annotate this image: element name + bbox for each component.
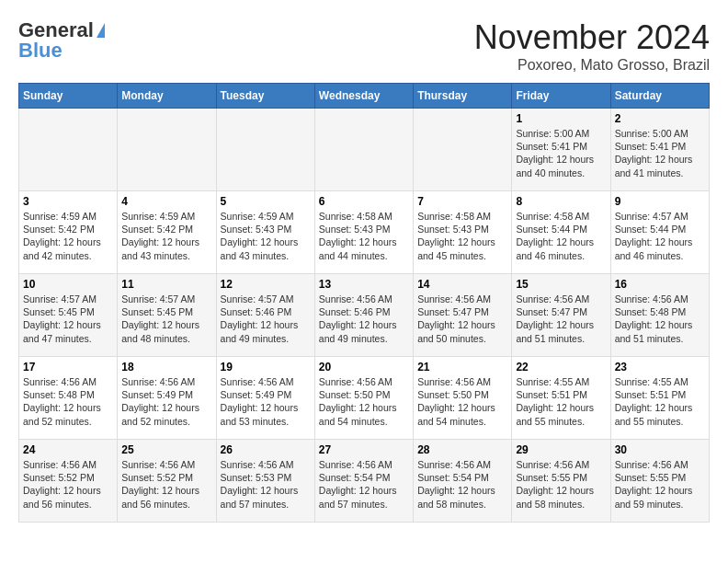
day-number: 1 <box>516 112 606 125</box>
day-info: Sunrise: 4:59 AM Sunset: 5:42 PM Dayligh… <box>121 210 211 262</box>
day-cell: 17Sunrise: 4:56 AM Sunset: 5:48 PM Dayli… <box>19 357 118 440</box>
day-number: 4 <box>121 195 211 208</box>
day-number: 25 <box>121 443 211 456</box>
day-info: Sunrise: 4:59 AM Sunset: 5:42 PM Dayligh… <box>23 210 113 262</box>
day-cell: 26Sunrise: 4:56 AM Sunset: 5:53 PM Dayli… <box>216 440 314 523</box>
day-cell: 21Sunrise: 4:56 AM Sunset: 5:50 PM Dayli… <box>414 357 512 440</box>
calendar-table: SundayMondayTuesdayWednesdayThursdayFrid… <box>18 83 710 523</box>
day-cell: 25Sunrise: 4:56 AM Sunset: 5:52 PM Dayli… <box>118 440 216 523</box>
day-cell: 16Sunrise: 4:56 AM Sunset: 5:48 PM Dayli… <box>610 274 709 357</box>
day-number: 15 <box>516 278 606 291</box>
day-number: 6 <box>319 195 409 208</box>
day-info: Sunrise: 4:56 AM Sunset: 5:52 PM Dayligh… <box>23 458 113 511</box>
day-info: Sunrise: 4:55 AM Sunset: 5:51 PM Dayligh… <box>615 375 705 428</box>
day-info: Sunrise: 5:00 AM Sunset: 5:41 PM Dayligh… <box>615 127 705 179</box>
page-header: General Blue November 2024 Poxoreo, Mato… <box>18 18 710 74</box>
day-cell: 20Sunrise: 4:56 AM Sunset: 5:50 PM Dayli… <box>314 357 413 440</box>
day-cell <box>314 109 413 191</box>
day-number: 14 <box>417 278 507 291</box>
day-info: Sunrise: 4:56 AM Sunset: 5:49 PM Dayligh… <box>221 375 311 428</box>
week-row-4: 17Sunrise: 4:56 AM Sunset: 5:48 PM Dayli… <box>19 357 710 440</box>
day-cell <box>216 109 314 191</box>
week-row-2: 3Sunrise: 4:59 AM Sunset: 5:42 PM Daylig… <box>19 191 710 274</box>
day-number: 26 <box>221 443 311 456</box>
day-cell: 15Sunrise: 4:56 AM Sunset: 5:47 PM Dayli… <box>512 274 610 357</box>
day-cell: 2Sunrise: 5:00 AM Sunset: 5:41 PM Daylig… <box>610 109 709 191</box>
day-info: Sunrise: 4:56 AM Sunset: 5:47 PM Dayligh… <box>516 293 606 345</box>
day-number: 9 <box>615 195 705 208</box>
day-info: Sunrise: 4:57 AM Sunset: 5:45 PM Dayligh… <box>23 293 113 345</box>
day-number: 17 <box>23 361 113 373</box>
day-info: Sunrise: 4:56 AM Sunset: 5:48 PM Dayligh… <box>615 293 705 345</box>
logo-blue: Blue <box>18 39 63 63</box>
day-cell: 28Sunrise: 4:56 AM Sunset: 5:54 PM Dayli… <box>414 440 512 523</box>
day-cell: 22Sunrise: 4:55 AM Sunset: 5:51 PM Dayli… <box>512 357 610 440</box>
logo-triangle-icon <box>97 23 105 38</box>
title-block: November 2024 Poxoreo, Mato Grosso, Braz… <box>474 18 710 74</box>
day-number: 11 <box>121 278 211 291</box>
week-row-3: 10Sunrise: 4:57 AM Sunset: 5:45 PM Dayli… <box>19 274 710 357</box>
day-info: Sunrise: 5:00 AM Sunset: 5:41 PM Dayligh… <box>516 127 606 179</box>
day-cell: 13Sunrise: 4:56 AM Sunset: 5:46 PM Dayli… <box>314 274 413 357</box>
day-number: 5 <box>221 195 311 208</box>
day-number: 22 <box>516 361 606 373</box>
day-number: 3 <box>23 195 113 208</box>
day-number: 21 <box>417 361 507 373</box>
day-cell: 5Sunrise: 4:59 AM Sunset: 5:43 PM Daylig… <box>216 191 314 274</box>
day-info: Sunrise: 4:58 AM Sunset: 5:43 PM Dayligh… <box>319 210 409 262</box>
day-cell <box>19 109 118 191</box>
header-friday: Friday <box>512 84 610 109</box>
day-info: Sunrise: 4:57 AM Sunset: 5:45 PM Dayligh… <box>121 293 211 345</box>
day-info: Sunrise: 4:56 AM Sunset: 5:49 PM Dayligh… <box>121 375 211 428</box>
logo: General Blue <box>18 18 105 63</box>
day-number: 12 <box>221 278 311 291</box>
day-number: 7 <box>417 195 507 208</box>
day-number: 2 <box>615 112 705 125</box>
day-number: 29 <box>516 443 606 456</box>
day-number: 28 <box>417 443 507 456</box>
day-info: Sunrise: 4:58 AM Sunset: 5:43 PM Dayligh… <box>417 210 507 262</box>
day-number: 23 <box>615 361 705 373</box>
day-info: Sunrise: 4:56 AM Sunset: 5:55 PM Dayligh… <box>516 458 606 511</box>
calendar-header-row: SundayMondayTuesdayWednesdayThursdayFrid… <box>19 84 710 109</box>
day-info: Sunrise: 4:56 AM Sunset: 5:53 PM Dayligh… <box>221 458 311 511</box>
day-info: Sunrise: 4:56 AM Sunset: 5:47 PM Dayligh… <box>417 293 507 345</box>
day-number: 18 <box>121 361 211 373</box>
day-info: Sunrise: 4:57 AM Sunset: 5:46 PM Dayligh… <box>221 293 311 345</box>
day-info: Sunrise: 4:56 AM Sunset: 5:46 PM Dayligh… <box>319 293 409 345</box>
day-cell: 10Sunrise: 4:57 AM Sunset: 5:45 PM Dayli… <box>19 274 118 357</box>
day-cell: 11Sunrise: 4:57 AM Sunset: 5:45 PM Dayli… <box>118 274 216 357</box>
header-tuesday: Tuesday <box>216 84 314 109</box>
header-monday: Monday <box>118 84 216 109</box>
header-saturday: Saturday <box>610 84 709 109</box>
header-wednesday: Wednesday <box>314 84 413 109</box>
day-number: 16 <box>615 278 705 291</box>
day-cell: 24Sunrise: 4:56 AM Sunset: 5:52 PM Dayli… <box>19 440 118 523</box>
week-row-1: 1Sunrise: 5:00 AM Sunset: 5:41 PM Daylig… <box>19 109 710 191</box>
day-cell <box>414 109 512 191</box>
day-cell: 29Sunrise: 4:56 AM Sunset: 5:55 PM Dayli… <box>512 440 610 523</box>
page-title: November 2024 <box>474 18 710 57</box>
day-info: Sunrise: 4:56 AM Sunset: 5:54 PM Dayligh… <box>319 458 409 511</box>
day-number: 10 <box>23 278 113 291</box>
day-cell <box>118 109 216 191</box>
day-info: Sunrise: 4:56 AM Sunset: 5:50 PM Dayligh… <box>319 375 409 428</box>
day-number: 13 <box>319 278 409 291</box>
day-info: Sunrise: 4:56 AM Sunset: 5:48 PM Dayligh… <box>23 375 113 428</box>
day-number: 19 <box>221 361 311 373</box>
day-number: 24 <box>23 443 113 456</box>
day-cell: 19Sunrise: 4:56 AM Sunset: 5:49 PM Dayli… <box>216 357 314 440</box>
day-cell: 27Sunrise: 4:56 AM Sunset: 5:54 PM Dayli… <box>314 440 413 523</box>
header-thursday: Thursday <box>414 84 512 109</box>
header-sunday: Sunday <box>19 84 118 109</box>
day-info: Sunrise: 4:55 AM Sunset: 5:51 PM Dayligh… <box>516 375 606 428</box>
day-number: 27 <box>319 443 409 456</box>
day-number: 8 <box>516 195 606 208</box>
day-cell: 7Sunrise: 4:58 AM Sunset: 5:43 PM Daylig… <box>414 191 512 274</box>
day-number: 30 <box>615 443 705 456</box>
day-info: Sunrise: 4:56 AM Sunset: 5:50 PM Dayligh… <box>417 375 507 428</box>
day-cell: 6Sunrise: 4:58 AM Sunset: 5:43 PM Daylig… <box>314 191 413 274</box>
day-info: Sunrise: 4:56 AM Sunset: 5:54 PM Dayligh… <box>417 458 507 511</box>
day-cell: 3Sunrise: 4:59 AM Sunset: 5:42 PM Daylig… <box>19 191 118 274</box>
day-info: Sunrise: 4:58 AM Sunset: 5:44 PM Dayligh… <box>516 210 606 262</box>
